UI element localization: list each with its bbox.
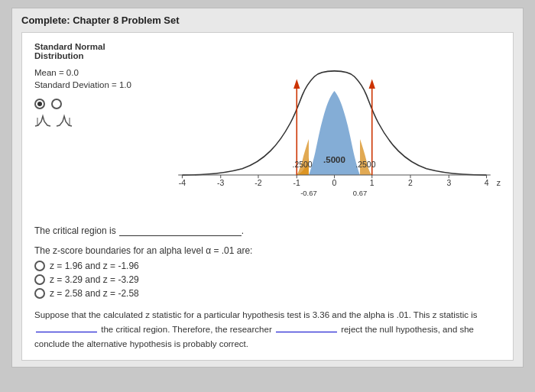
radio-option-2[interactable] [51, 99, 62, 109]
x-tick--3: -3 [217, 179, 224, 187]
option-3[interactable]: z = 2.58 and z = -2.58 [34, 288, 501, 299]
suppose-part2: the critical region. Therefore, the rese… [101, 325, 272, 334]
x-tick-0: 0 [332, 179, 337, 187]
suppose-part3: reject the null hypothesis, and she [341, 325, 474, 334]
label-5000: .5000 [323, 155, 345, 164]
x-sub-right: 0.67 [353, 189, 367, 197]
curve-icon-2 [56, 114, 73, 128]
critical-region-label: The critical region is [34, 225, 116, 236]
option-2[interactable]: z = 3.29 and z = -3.29 [34, 274, 501, 285]
option-1[interactable]: z = 1.96 and z = -1.96 [34, 261, 501, 271]
std-dev-label: Standard Deviation = 1.0 [34, 80, 156, 89]
label-2500-left: .2500 [292, 160, 312, 169]
svg-rect-2 [167, 39, 301, 207]
x-tick--4: -4 [179, 179, 186, 187]
chart-title: Standard Normal Distribution [34, 42, 156, 60]
orange-right-fill [360, 139, 372, 175]
page-title: Complete: Chapter 8 Problem Set [21, 15, 514, 26]
x-tick--1: -1 [293, 179, 300, 187]
left-marker-arrow [293, 79, 300, 89]
alpha-question-text: The z-score boundaries for an alpha leve… [34, 245, 252, 256]
suppose-blank2[interactable] [276, 322, 337, 332]
svg-rect-3 [368, 39, 503, 207]
suppose-part1: Suppose that the calculated z statistic … [34, 310, 478, 319]
suppose-blank1[interactable] [36, 322, 97, 332]
orange-left-fill [297, 139, 309, 175]
x-tick-1: 1 [370, 179, 374, 187]
icon-row [34, 114, 156, 128]
option-3-text: z = 2.58 and z = -2.58 [50, 288, 139, 299]
curve-icon-1 [34, 114, 51, 128]
x-sub-left: -0.67 [300, 189, 316, 197]
distribution-svg: -4 -3 -2 -1 0 1 [162, 39, 507, 207]
suppose-part4: conclude the alternative hypothesis is p… [34, 339, 248, 348]
alpha-question-area: The z-score boundaries for an alpha leve… [34, 245, 501, 299]
x-tick-3: 3 [446, 179, 451, 187]
options-list: z = 1.96 and z = -1.96 z = 3.29 and z = … [34, 261, 501, 299]
x-tick-2: 2 [408, 179, 413, 187]
critical-region-blank[interactable] [119, 225, 242, 236]
label-2500-right: .2500 [355, 160, 375, 169]
chart-area: -4 -3 -2 -1 0 1 [162, 39, 507, 215]
z-label: z [497, 179, 501, 187]
x-tick-4: 4 [485, 179, 489, 187]
option-1-radio[interactable] [34, 261, 45, 271]
radio-option-1[interactable] [34, 99, 45, 109]
questions-area: The critical region is . The z-score bou… [28, 215, 507, 354]
x-tick--2: -2 [255, 179, 261, 187]
suppose-text: Suppose that the calculated z statistic … [34, 308, 501, 351]
option-3-radio[interactable] [34, 288, 45, 299]
option-2-text: z = 3.29 and z = -3.29 [50, 274, 139, 285]
radio-group [34, 99, 156, 109]
right-marker-arrow [369, 79, 375, 89]
mean-label: Mean = 0.0 [34, 68, 156, 77]
alpha-question-label: The z-score boundaries for an alpha leve… [34, 245, 501, 256]
option-2-radio[interactable] [34, 274, 45, 285]
option-1-text: z = 1.96 and z = -1.96 [50, 261, 139, 271]
